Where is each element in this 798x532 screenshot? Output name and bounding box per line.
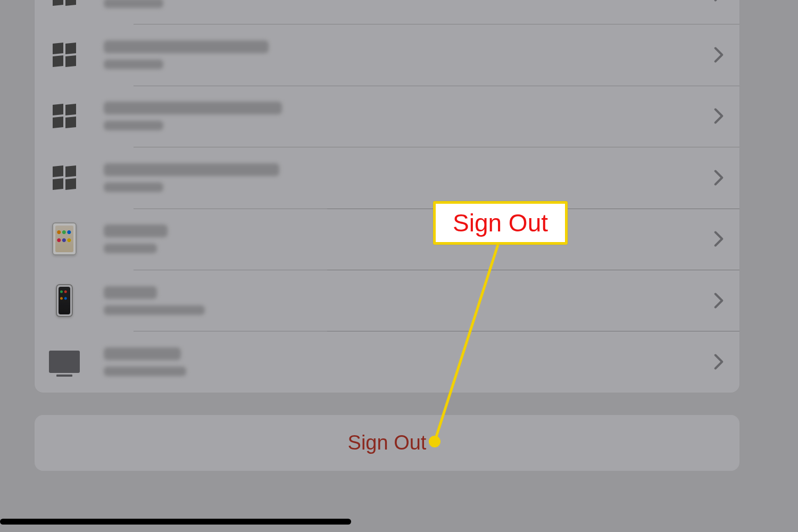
device-text [104,40,714,69]
device-text [104,163,714,192]
iphone-icon [47,284,81,318]
redacted-title [104,286,157,299]
device-text [104,225,714,253]
ipad-icon [47,222,81,256]
windows-icon [47,161,81,195]
chevron-right-icon [714,47,724,63]
device-row[interactable] [35,86,739,147]
device-row[interactable] [35,209,739,270]
chevron-right-icon [714,170,724,186]
device-text [104,347,714,376]
chevron-right-icon [714,0,724,2]
redacted-title [104,347,181,360]
redacted-subtitle [104,305,205,315]
appletv-icon [47,345,81,379]
redacted-subtitle [104,60,163,69]
device-text [104,102,714,130]
settings-page: Sign Out [0,0,798,532]
redacted-title [104,225,168,237]
device-row[interactable] [35,0,739,24]
chevron-right-icon [714,354,724,370]
chevron-right-icon [714,108,724,124]
device-row[interactable] [35,24,739,85]
windows-icon [47,38,81,72]
callout-dot [429,436,440,447]
redacted-subtitle [104,244,157,253]
sign-out-label: Sign Out [348,431,427,454]
callout-box: Sign Out [433,201,568,245]
callout-label: Sign Out [453,209,548,237]
device-text [104,0,714,8]
chevron-right-icon [714,293,724,309]
device-row[interactable] [35,147,739,208]
redacted-title [104,40,269,53]
home-indicator [0,519,351,525]
device-list-card [35,0,739,393]
device-row[interactable] [35,270,739,331]
windows-icon [47,99,81,133]
redacted-subtitle [104,182,163,192]
redacted-title [104,102,282,114]
device-icon [47,0,81,11]
device-row[interactable] [35,331,739,392]
redacted-subtitle [104,121,163,130]
chevron-right-icon [714,231,724,247]
device-text [104,286,714,315]
redacted-subtitle [104,0,163,8]
redacted-subtitle [104,367,186,376]
redacted-title [104,163,279,176]
sign-out-button[interactable]: Sign Out [35,415,739,471]
